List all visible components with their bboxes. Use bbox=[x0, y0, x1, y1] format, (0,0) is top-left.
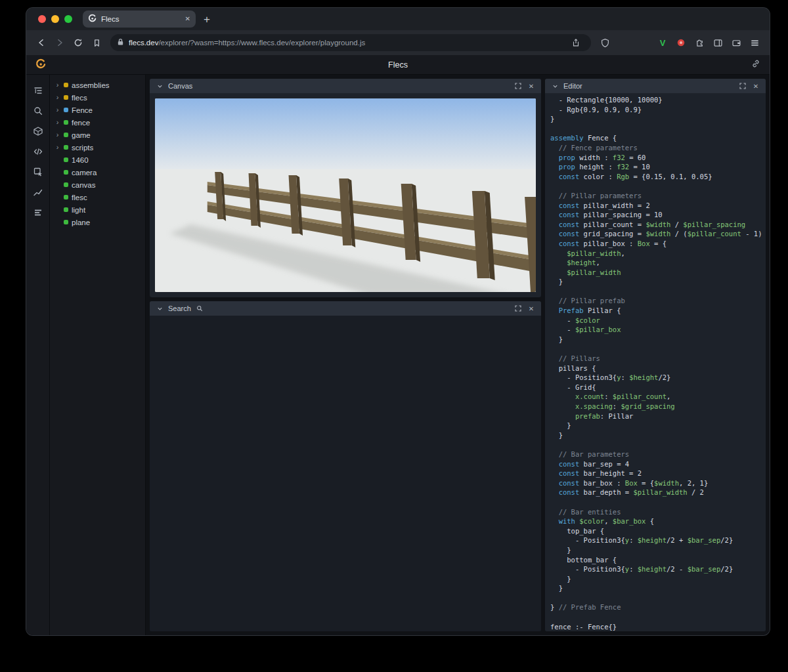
code-line bbox=[550, 124, 766, 134]
extension-v-icon[interactable]: V bbox=[654, 34, 671, 51]
extensions-puzzle-icon[interactable] bbox=[691, 34, 708, 51]
chevron-down-icon[interactable] bbox=[550, 81, 559, 91]
code-line: - $color bbox=[550, 316, 766, 326]
expand-arrow-icon[interactable]: › bbox=[55, 131, 60, 138]
forward-button[interactable] bbox=[51, 34, 68, 51]
entity-color-square bbox=[64, 95, 68, 100]
code-line: pillars { bbox=[550, 364, 766, 373]
chevron-down-icon[interactable] bbox=[155, 304, 164, 313]
tree-item-game[interactable]: ›game bbox=[50, 129, 145, 141]
close-panel-icon[interactable]: ✕ bbox=[527, 81, 536, 91]
expand-arrow-icon[interactable]: › bbox=[55, 106, 60, 114]
center-column: Canvas ✕ bbox=[150, 79, 541, 631]
code-line bbox=[550, 287, 766, 297]
search-panel-header: Search ✕ bbox=[150, 301, 541, 316]
assets-cube-icon[interactable] bbox=[32, 125, 45, 138]
close-panel-icon[interactable]: ✕ bbox=[751, 81, 760, 91]
tree-item-flesc[interactable]: flesc bbox=[50, 191, 145, 203]
url-domain: flecs.dev bbox=[129, 39, 158, 47]
code-icon[interactable] bbox=[32, 145, 45, 158]
tab-close-icon[interactable]: ✕ bbox=[185, 16, 190, 22]
expand-panel-icon[interactable] bbox=[514, 81, 523, 91]
chevron-down-icon[interactable] bbox=[155, 81, 164, 91]
tree-item-label: game bbox=[72, 131, 91, 139]
tree-item-Fence[interactable]: ›Fence bbox=[50, 104, 145, 116]
code-line: - Rgb{0.9, 0.9, 0.9} bbox=[550, 105, 766, 115]
code-line: x.count: $pillar_count, bbox=[550, 392, 766, 402]
back-button[interactable] bbox=[33, 34, 50, 51]
expand-arrow-icon[interactable]: › bbox=[55, 119, 60, 126]
browser-tab[interactable]: Flecs ✕ bbox=[83, 10, 196, 28]
brave-shield-icon[interactable] bbox=[596, 34, 613, 51]
editor-panel-title: Editor bbox=[563, 82, 582, 90]
editor-panel: Editor ✕ - Rectangle{10000, 10000} - Rgb… bbox=[545, 79, 766, 631]
code-line: prop height : f32 = 10 bbox=[550, 162, 766, 172]
tree-item-label: camera bbox=[72, 169, 97, 177]
code-line bbox=[550, 593, 766, 603]
code-line: } bbox=[550, 277, 766, 287]
expand-arrow-icon[interactable]: › bbox=[55, 94, 60, 101]
search-icon[interactable] bbox=[32, 104, 45, 117]
wallet-icon[interactable] bbox=[728, 34, 745, 51]
tree-item-fence[interactable]: ›fence bbox=[50, 116, 145, 129]
share-link-icon[interactable] bbox=[751, 59, 760, 71]
entity-color-square bbox=[64, 83, 68, 87]
extension-red-icon[interactable] bbox=[672, 34, 690, 51]
editor-body: - Rectangle{10000, 10000} - Rgb{0.9, 0.9… bbox=[545, 93, 766, 631]
side-panel-icon[interactable] bbox=[709, 34, 726, 51]
close-panel-icon[interactable]: ✕ bbox=[527, 304, 536, 313]
code-line: } bbox=[550, 545, 766, 555]
entity-tree-icon[interactable] bbox=[32, 84, 45, 97]
canvas-body bbox=[150, 93, 541, 297]
tree-item-canvas[interactable]: canvas bbox=[50, 178, 145, 191]
entity-color-square bbox=[64, 195, 68, 200]
search-results-area[interactable] bbox=[150, 316, 541, 631]
code-line: const pillar_count = $width / $pillar_sp… bbox=[550, 220, 766, 230]
entity-color-square bbox=[64, 120, 68, 125]
window-close-button[interactable] bbox=[38, 15, 46, 23]
code-line: } bbox=[550, 421, 766, 430]
expand-arrow-icon[interactable]: › bbox=[55, 81, 60, 89]
tree-item-label: flecs bbox=[72, 94, 87, 102]
share-icon[interactable] bbox=[567, 34, 584, 51]
3d-viewport[interactable] bbox=[155, 98, 536, 292]
code-line: const bar_depth = $pillar_width / 2 bbox=[550, 488, 766, 497]
url-text: flecs.dev/explorer/?wasm=https://www.fle… bbox=[129, 39, 567, 47]
window-minimize-button[interactable] bbox=[51, 15, 59, 23]
flecs-explorer-app: Flecs ›assemblies›flecs›Fence›fence›game… bbox=[26, 55, 770, 635]
reload-button[interactable] bbox=[70, 34, 87, 51]
expand-arrow-icon[interactable]: › bbox=[55, 144, 60, 151]
url-bar[interactable]: flecs.dev/explorer/?wasm=https://www.fle… bbox=[110, 34, 591, 51]
window-maximize-button[interactable] bbox=[64, 15, 72, 23]
code-line: const pillar_box : Box = { bbox=[550, 239, 766, 249]
tree-item-plane[interactable]: plane bbox=[50, 216, 145, 228]
expand-panel-icon[interactable] bbox=[738, 81, 747, 91]
tree-item-flecs[interactable]: ›flecs bbox=[50, 91, 145, 104]
chart-icon[interactable] bbox=[32, 186, 45, 199]
stats-icon[interactable] bbox=[32, 206, 45, 219]
code-line: $pillar_width bbox=[550, 268, 766, 278]
entity-color-square bbox=[64, 145, 68, 150]
tree-item-scripts[interactable]: ›scripts bbox=[50, 141, 145, 154]
tree-item-1460[interactable]: 1460 bbox=[50, 154, 145, 166]
editor-code[interactable]: - Rectangle{10000, 10000} - Rgb{0.9, 0.9… bbox=[550, 95, 766, 631]
tree-item-assemblies[interactable]: ›assemblies bbox=[50, 79, 145, 91]
tree-item-camera[interactable]: camera bbox=[50, 166, 145, 178]
code-line: const bar_height = 2 bbox=[550, 469, 766, 478]
code-line bbox=[550, 181, 766, 191]
tab-favicon-icon bbox=[88, 13, 97, 25]
code-line: const pillar_spacing = 10 bbox=[550, 210, 766, 220]
lock-icon bbox=[117, 37, 124, 49]
desktop-background: Flecs ✕ + flecs.dev/explor bbox=[0, 0, 788, 672]
new-tab-button[interactable]: + bbox=[204, 14, 210, 25]
bookmark-icon[interactable] bbox=[88, 34, 105, 51]
expand-panel-icon[interactable] bbox=[514, 304, 523, 313]
code-line: $height, bbox=[550, 258, 766, 268]
code-line: with $color, $bar_box { bbox=[550, 516, 766, 526]
code-line: - Position3{y: $height/2 - $bar_sep/2} bbox=[550, 564, 766, 574]
inspect-icon[interactable] bbox=[32, 165, 45, 178]
tree-item-light[interactable]: light bbox=[50, 203, 145, 216]
entity-color-square bbox=[64, 220, 68, 224]
code-line: Prefab Pillar { bbox=[550, 306, 766, 316]
menu-icon[interactable] bbox=[746, 34, 763, 51]
